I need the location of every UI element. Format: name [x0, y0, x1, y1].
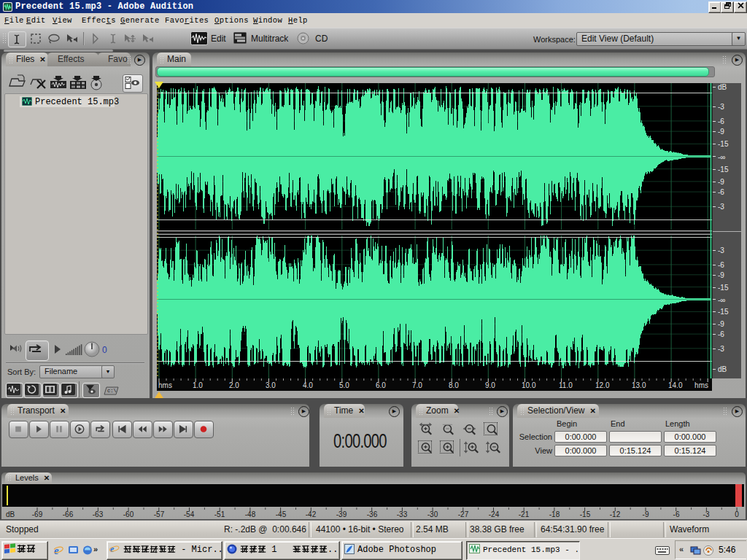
svg-text:-24: -24 [489, 510, 500, 518]
svg-text:-42: -42 [306, 510, 317, 518]
svg-text:-57: -57 [154, 510, 165, 518]
svg-text:-39: -39 [336, 510, 347, 518]
svg-text:-27: -27 [458, 510, 469, 518]
svg-text:-12: -12 [610, 510, 621, 518]
svg-text:-9: -9 [643, 510, 649, 518]
svg-text:-63: -63 [93, 510, 104, 518]
svg-text:-21: -21 [519, 510, 530, 518]
svg-text:-18: -18 [549, 510, 560, 518]
svg-text:e: e [54, 545, 59, 556]
svg-text:-36: -36 [367, 510, 378, 518]
svg-text:-6: -6 [673, 510, 680, 518]
svg-text:e: e [110, 544, 115, 554]
svg-text:-54: -54 [184, 510, 195, 518]
svg-text:-3: -3 [703, 510, 710, 518]
svg-text:-69: -69 [32, 510, 43, 518]
svg-text:-66: -66 [63, 510, 74, 518]
svg-text:-48: -48 [245, 510, 256, 518]
svg-text:c:\: c:\ [107, 388, 117, 394]
svg-text:-51: -51 [214, 510, 225, 518]
svg-text:-60: -60 [123, 510, 134, 518]
svg-text:0: 0 [735, 510, 739, 518]
svg-text:-33: -33 [397, 510, 408, 518]
svg-text:0: 0 [102, 345, 107, 355]
svg-text:-45: -45 [276, 510, 287, 518]
svg-text:-15: -15 [580, 510, 591, 518]
svg-text:dB: dB [6, 510, 15, 518]
svg-text:-30: -30 [427, 510, 438, 518]
